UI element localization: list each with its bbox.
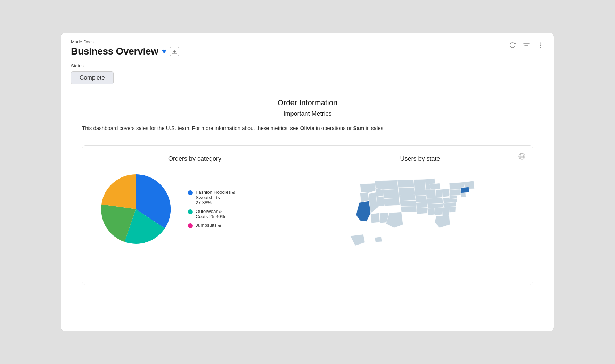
legend-item-2: Jumpsuits & — [188, 223, 235, 228]
pie-chart — [98, 171, 174, 247]
users-by-state-panel: Users by state — [308, 146, 533, 285]
users-chart-title: Users by state — [316, 155, 524, 163]
heart-icon[interactable]: ♥ — [162, 47, 166, 56]
charts-row: Orders by category — [82, 145, 533, 285]
main-window: Marie Docs Business Overview ♥ — [61, 33, 554, 331]
contact-olivia: Olivia — [300, 125, 314, 131]
more-icon[interactable] — [536, 41, 544, 51]
description: This dashboard covers sales for the U.S.… — [82, 124, 429, 133]
svg-point-8 — [540, 47, 541, 48]
legend-label-0: Fashion Hoodies &Sweatshirts27.38% — [196, 190, 235, 205]
us-map — [319, 174, 521, 272]
filter-icon[interactable] — [523, 41, 530, 51]
page-title: Business Overview — [71, 46, 158, 57]
status-section: Status Complete — [61, 57, 554, 84]
status-badge[interactable]: Complete — [71, 71, 114, 84]
orders-by-category-panel: Orders by category — [82, 146, 308, 285]
header-left: Marie Docs Business Overview ♥ — [71, 39, 179, 57]
svg-point-6 — [540, 43, 541, 44]
header-right — [509, 41, 544, 51]
legend-item-0: Fashion Hoodies &Sweatshirts27.38% — [188, 190, 235, 205]
legend-dot-2 — [188, 223, 193, 228]
header: Marie Docs Business Overview ♥ — [61, 33, 554, 57]
legend-dot-0 — [188, 190, 193, 195]
legend-label-2: Jumpsuits & — [196, 223, 221, 228]
svg-point-7 — [540, 45, 541, 46]
contact-sam: Sam — [353, 125, 364, 131]
doc-name: Marie Docs — [71, 39, 179, 44]
orders-chart-title: Orders by category — [91, 155, 299, 163]
legend-item-1: Outerwear &Coats 25.40% — [188, 209, 235, 219]
status-label: Status — [71, 63, 544, 68]
title-row: Business Overview ♥ — [71, 46, 179, 57]
add-page-icon[interactable] — [170, 47, 179, 56]
refresh-icon[interactable] — [509, 41, 516, 51]
section-subtitle: Important Metrics — [82, 110, 533, 117]
section-title: Order Information — [82, 98, 533, 107]
legend-dot-1 — [188, 209, 193, 214]
us-map-container — [316, 171, 524, 275]
pie-container: Fashion Hoodies &Sweatshirts27.38% Outer… — [91, 171, 299, 247]
main-content: Order Information Important Metrics This… — [61, 84, 554, 331]
globe-icon[interactable] — [518, 152, 526, 162]
legend-label-1: Outerwear &Coats 25.40% — [196, 209, 225, 219]
chart-legend: Fashion Hoodies &Sweatshirts27.38% Outer… — [188, 190, 235, 228]
